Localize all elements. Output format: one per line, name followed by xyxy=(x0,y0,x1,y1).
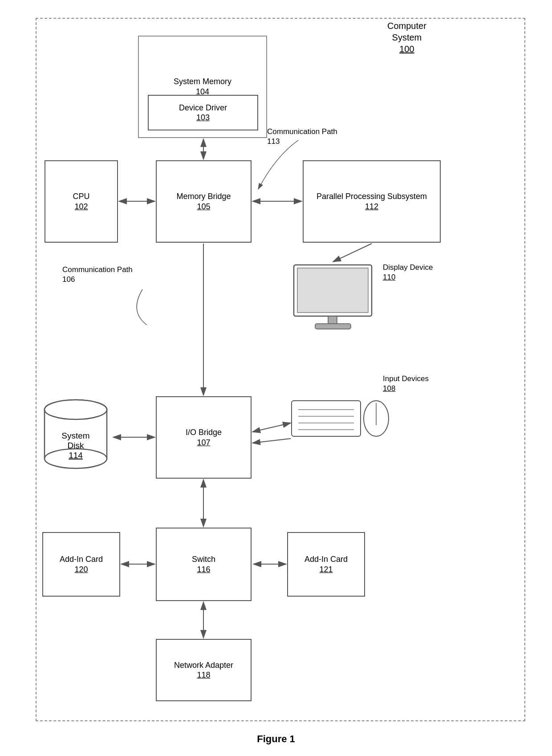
display-device-label: Display Device110 xyxy=(383,263,433,282)
svg-rect-1 xyxy=(297,268,368,313)
diagram: Computer System 100 System Memory 104 De… xyxy=(0,0,552,756)
svg-rect-3 xyxy=(315,324,351,329)
add-in-card-121-box: Add-In Card 121 xyxy=(287,532,365,597)
system-memory-box: System Memory 104 Device Driver 103 xyxy=(138,36,267,138)
comm-path-106-label: Communication Path106 xyxy=(62,265,133,285)
io-bridge-box: I/O Bridge 107 xyxy=(156,396,252,479)
svg-text:Disk: Disk xyxy=(68,441,84,450)
svg-text:System: System xyxy=(61,431,89,440)
system-memory-label: System Memory 104 xyxy=(174,77,231,98)
display-device xyxy=(289,263,378,334)
svg-rect-11 xyxy=(292,401,361,436)
network-adapter-box: Network Adapter 118 xyxy=(156,639,252,701)
computer-system-label: Computer System 100 xyxy=(387,20,426,55)
svg-rect-2 xyxy=(328,316,337,324)
input-devices-label: Input Devices108 xyxy=(383,374,429,394)
input-devices xyxy=(289,392,392,454)
memory-bridge-box: Memory Bridge 105 xyxy=(156,160,252,243)
system-disk: System Disk 114 xyxy=(40,396,111,479)
figure-caption: Figure 1 xyxy=(0,733,552,745)
computer-system-box xyxy=(36,18,525,721)
switch-box: Switch 116 xyxy=(156,528,252,601)
device-driver-box: Device Driver 103 xyxy=(148,95,258,130)
add-in-card-120-box: Add-In Card 120 xyxy=(42,532,120,597)
parallel-processing-box: Parallel Processing Subsystem 112 xyxy=(303,160,441,243)
cpu-box: CPU 102 xyxy=(45,160,118,243)
svg-text:114: 114 xyxy=(69,451,83,460)
comm-path-113-label: Communication Path113 xyxy=(267,127,337,146)
svg-point-7 xyxy=(45,400,107,419)
